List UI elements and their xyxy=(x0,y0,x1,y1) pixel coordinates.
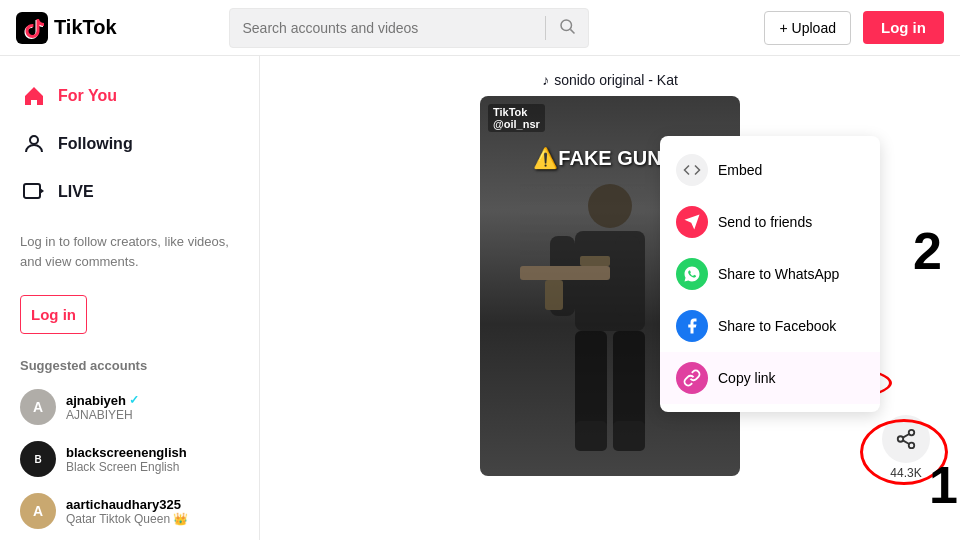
account-blackscreen[interactable]: B blackscreenenglish Black Screen Englis… xyxy=(0,433,259,485)
share-button-area: 44.3K xyxy=(882,415,930,480)
svg-point-19 xyxy=(909,443,915,449)
whatsapp-icon-circle xyxy=(676,258,708,290)
following-label: Following xyxy=(58,135,133,153)
svg-line-21 xyxy=(903,434,909,438)
share-friends[interactable]: Send to friends xyxy=(660,196,880,248)
video-watermark: TikTok @oil_nsr xyxy=(488,104,545,132)
svg-rect-14 xyxy=(613,331,645,431)
facebook-icon-circle xyxy=(676,310,708,342)
account-ajnabiyeh[interactable]: A ajnabiyeh ✓ AJNABIYEH xyxy=(0,381,259,433)
share-whatsapp[interactable]: Share to WhatsApp xyxy=(660,248,880,300)
account-sub-blackscreen: Black Screen English xyxy=(66,460,187,474)
avatar-ajnabiyeh: A xyxy=(20,389,56,425)
svg-rect-11 xyxy=(545,280,563,310)
header-right: + Upload Log in xyxy=(764,11,944,45)
account-sub-aarti: Qatar Tiktok Queen 👑 xyxy=(66,512,188,526)
send-friends-label: Send to friends xyxy=(718,214,812,230)
audio-info: ♪ sonido original - Kat xyxy=(542,72,678,88)
suggested-accounts-title: Suggested accounts xyxy=(0,346,259,381)
embed-label: Embed xyxy=(718,162,762,178)
verified-icon: ✓ xyxy=(129,393,139,407)
avatar-aarti: A xyxy=(20,493,56,529)
svg-rect-4 xyxy=(24,184,40,198)
logo-text: TikTok xyxy=(54,16,117,39)
svg-rect-12 xyxy=(615,236,640,316)
search-button[interactable] xyxy=(546,17,588,38)
send-icon-circle xyxy=(676,206,708,238)
video-overlay: TikTok @oil_nsr xyxy=(488,104,545,132)
account-aarti[interactable]: A aartichaudhary325 Qatar Tiktok Queen 👑 xyxy=(0,485,259,537)
embed-icon-circle xyxy=(676,154,708,186)
svg-rect-10 xyxy=(580,256,610,266)
svg-point-18 xyxy=(898,436,904,442)
svg-rect-13 xyxy=(575,331,607,431)
svg-rect-16 xyxy=(613,421,645,451)
share-button[interactable] xyxy=(882,415,930,463)
login-sidebar-button[interactable]: Log in xyxy=(20,295,87,334)
svg-rect-15 xyxy=(575,421,607,451)
account-sub-ajnabiyeh: AJNABIYEH xyxy=(66,408,139,422)
svg-marker-5 xyxy=(40,188,44,194)
account-name-blackscreen: blackscreenenglish xyxy=(66,445,187,460)
svg-line-20 xyxy=(903,440,909,444)
live-label: LIVE xyxy=(58,183,94,201)
main-content: ♪ sonido original - Kat TikTok @oil_nsr … xyxy=(260,56,960,540)
svg-point-6 xyxy=(588,184,632,228)
svg-point-1 xyxy=(561,20,572,31)
link-icon-circle xyxy=(676,362,708,394)
svg-line-2 xyxy=(571,29,575,33)
home-icon xyxy=(20,82,48,110)
search-bar xyxy=(229,8,589,48)
audio-text: sonido original - Kat xyxy=(554,72,678,88)
link-icon xyxy=(683,369,701,387)
live-icon xyxy=(20,178,48,206)
content-area: For You Following LIVE Log in to follow … xyxy=(0,56,960,540)
whatsapp-icon xyxy=(683,265,701,283)
account-name-ajnabiyeh: ajnabiyeh ✓ xyxy=(66,393,139,408)
share-facebook[interactable]: Share to Facebook xyxy=(660,300,880,352)
login-button[interactable]: Log in xyxy=(863,11,944,44)
svg-rect-0 xyxy=(16,12,48,44)
watermark-user: @oil_nsr xyxy=(493,118,540,130)
account-info-ajnabiyeh: ajnabiyeh ✓ AJNABIYEH xyxy=(66,393,139,422)
annotation-number-1: 1 xyxy=(929,455,958,515)
share-icon xyxy=(895,428,917,450)
search-input[interactable] xyxy=(230,20,545,36)
header: TikTok + Upload Log in xyxy=(0,0,960,56)
facebook-icon xyxy=(683,317,701,335)
nav-following[interactable]: Following xyxy=(0,120,259,168)
nav-live[interactable]: LIVE xyxy=(0,168,259,216)
embed-icon xyxy=(683,161,701,179)
search-icon xyxy=(558,17,576,35)
account-info-blackscreen: blackscreenenglish Black Screen English xyxy=(66,445,187,474)
send-icon xyxy=(683,213,701,231)
share-count: 44.3K xyxy=(890,466,921,480)
account-info-aarti: aartichaudhary325 Qatar Tiktok Queen 👑 xyxy=(66,497,188,526)
for-you-label: For You xyxy=(58,87,117,105)
person-icon xyxy=(20,130,48,158)
annotation-number-2: 2 xyxy=(913,221,942,281)
login-prompt: Log in to follow creators, like videos, … xyxy=(0,220,259,283)
facebook-label: Share to Facebook xyxy=(718,318,836,334)
tiktok-logo-icon xyxy=(16,12,48,44)
upload-button[interactable]: + Upload xyxy=(764,11,851,45)
whatsapp-label: Share to WhatsApp xyxy=(718,266,839,282)
upload-label: Upload xyxy=(792,20,836,36)
logo: TikTok xyxy=(16,12,136,44)
account-name-aarti: aartichaudhary325 xyxy=(66,497,188,512)
svg-point-17 xyxy=(909,430,915,436)
svg-rect-9 xyxy=(520,266,610,280)
share-embed[interactable]: Embed xyxy=(660,144,880,196)
plus-icon: + xyxy=(779,20,787,36)
share-copy-link[interactable]: Copy link xyxy=(660,352,880,404)
watermark-brand: TikTok xyxy=(493,106,527,118)
nav-for-you[interactable]: For You xyxy=(0,72,259,120)
copy-link-label: Copy link xyxy=(718,370,776,386)
share-menu: Embed Send to friends Share to WhatsApp … xyxy=(660,136,880,412)
avatar-blackscreen: B xyxy=(20,441,56,477)
svg-point-3 xyxy=(30,136,38,144)
music-note-icon: ♪ xyxy=(542,72,549,88)
sidebar: For You Following LIVE Log in to follow … xyxy=(0,56,260,540)
